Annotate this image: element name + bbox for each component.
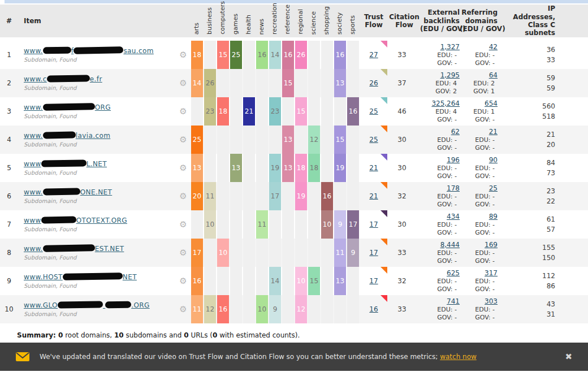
item-type-label: Subdomain, Found <box>24 283 176 289</box>
settings-cell: ⚙ <box>176 295 190 323</box>
referring-edu-count: EDU: - <box>475 165 498 172</box>
gear-icon[interactable]: ⚙ <box>179 220 187 229</box>
ip-value: 112 <box>542 271 555 281</box>
item-url-link[interactable]: www.fsau.com <box>24 47 176 55</box>
url-text: www. <box>24 103 43 111</box>
top-topic-corner-flag <box>381 239 387 245</box>
trust-flow-link[interactable]: 17 <box>369 249 378 257</box>
referring-domains-link[interactable]: 25 <box>489 184 498 193</box>
item-url-link[interactable]: www.ONE.NET <box>24 188 176 196</box>
referring-domains-link[interactable]: 654 <box>485 100 498 108</box>
referring-domains-link[interactable]: 90 <box>489 156 498 165</box>
external-backlinks-cell: 1,295EDU: 4GOV: 2 <box>426 69 460 97</box>
redaction-blob <box>41 159 87 167</box>
notification-bar: We've updated and translated our video o… <box>0 343 588 371</box>
item-cell: www.ORGSubdomain, Found <box>18 97 176 126</box>
topic-cell-science <box>308 295 320 323</box>
topic-cell-business: 26 <box>204 69 216 97</box>
topic-cell-shopping <box>321 97 333 126</box>
item-url-link[interactable]: www.GLO .ORG <box>24 301 176 309</box>
ip-subnets-cell: 560518 <box>498 97 555 126</box>
external-backlinks-link[interactable]: 178 <box>447 184 460 193</box>
gear-icon[interactable]: ⚙ <box>179 277 187 286</box>
topic-cell-science: 18 <box>308 154 320 182</box>
item-url-link[interactable]: www.EST.NET <box>24 245 176 253</box>
external-backlinks-link[interactable]: 196 <box>447 156 460 165</box>
item-url-link[interactable]: www.ce.fr <box>24 75 176 83</box>
external-backlinks-link[interactable]: 434 <box>447 213 460 221</box>
referring-domains-link[interactable]: 42 <box>489 43 498 51</box>
table-row: 9www.HOSTNETSubdomain, Found⚙16141015131… <box>0 267 588 295</box>
gear-icon[interactable]: ⚙ <box>179 136 187 144</box>
referring-edu-count: EDU: - <box>475 136 498 144</box>
topic-cell-reference: 13 <box>282 126 294 154</box>
trust-flow-link[interactable]: 16 <box>369 305 378 313</box>
url-text: lavia.com <box>76 132 111 140</box>
gear-icon[interactable]: ⚙ <box>179 107 187 116</box>
external-edu-count: EDU: 4 <box>435 108 460 116</box>
topic-cell-health <box>243 69 255 97</box>
table-row: 8www.EST.NETSubdomain, Found⚙17101191733… <box>0 239 588 267</box>
watch-now-link[interactable]: watch now <box>440 353 477 361</box>
item-type-label: Subdomain, Found <box>24 113 176 119</box>
topic-cell-business <box>204 126 216 154</box>
external-backlinks-link[interactable]: 62 <box>451 128 460 136</box>
settings-cell: ⚙ <box>176 267 190 295</box>
gear-icon[interactable]: ⚙ <box>179 164 187 172</box>
column-header-referring-domains: Referring domains (EDU / GOV) <box>460 8 498 33</box>
trust-flow-link[interactable]: 17 <box>369 277 378 285</box>
external-edu-count: EDU: - <box>437 51 460 59</box>
external-backlinks-link[interactable]: 325,264 <box>431 100 460 108</box>
summary-text: root domains, <box>63 331 114 339</box>
item-url-link[interactable]: www.HOSTNET <box>24 273 176 281</box>
external-backlinks-link[interactable]: 741 <box>447 297 460 306</box>
external-backlinks-link[interactable]: 1,295 <box>440 71 460 80</box>
gear-icon[interactable]: ⚙ <box>179 249 187 257</box>
ip-subnets-cell: 4331 <box>498 295 555 323</box>
trust-flow-link[interactable]: 26 <box>369 79 378 87</box>
topic-cell-society: 13 <box>334 267 346 295</box>
url-text: www. <box>24 245 43 253</box>
gear-icon[interactable]: ⚙ <box>179 305 187 314</box>
ip-subnets-cell: 8473 <box>498 154 555 182</box>
topic-cell-games <box>230 295 242 323</box>
row-number: 10 <box>0 295 18 323</box>
item-url-link[interactable]: wwwL.NET <box>24 160 176 168</box>
referring-domains-link[interactable]: 64 <box>489 71 498 80</box>
settings-cell: ⚙ <box>176 239 190 267</box>
trust-flow-link[interactable]: 25 <box>369 107 378 115</box>
gear-icon[interactable]: ⚙ <box>179 51 187 59</box>
url-text: www.c <box>24 75 47 83</box>
item-cell: www.HOSTNETSubdomain, Found <box>18 267 176 295</box>
gear-icon[interactable]: ⚙ <box>179 79 187 88</box>
trust-flow-link[interactable]: 17 <box>369 220 378 228</box>
referring-domains-link[interactable]: 21 <box>489 128 498 136</box>
trust-flow-link[interactable]: 25 <box>369 136 378 144</box>
trust-flow-link[interactable]: 21 <box>369 164 378 172</box>
referring-domains-link[interactable]: 317 <box>485 269 498 278</box>
item-url-link[interactable]: www.lavia.com <box>24 132 176 140</box>
external-backlinks-link[interactable]: 625 <box>447 269 460 278</box>
item-url-link[interactable]: www.ORG <box>24 103 176 111</box>
close-icon[interactable]: ✖ <box>565 352 572 362</box>
trust-flow-cell: 17 <box>359 267 388 295</box>
trust-flow-link[interactable]: 21 <box>369 192 378 200</box>
topic-cell-regional: 19 <box>295 182 307 210</box>
referring-domains-link[interactable]: 89 <box>489 213 498 221</box>
topic-cell-regional: 15 <box>295 97 307 126</box>
gear-icon[interactable]: ⚙ <box>179 192 187 201</box>
external-gov-count: GOV: - <box>437 172 460 180</box>
settings-cell: ⚙ <box>176 97 190 126</box>
external-backlinks-link[interactable]: 1,327 <box>440 43 460 51</box>
external-backlinks-cell: 625EDU: -GOV: - <box>426 267 460 295</box>
topic-cell-business <box>204 239 216 267</box>
referring-domains-link[interactable]: 169 <box>485 241 498 249</box>
row-number: 7 <box>0 210 18 239</box>
item-url-link[interactable]: wwwOTOTEXT.ORG <box>24 217 176 224</box>
trust-flow-link[interactable]: 27 <box>369 51 378 59</box>
topic-cell-news <box>256 97 268 126</box>
external-backlinks-link[interactable]: 8,444 <box>440 241 460 249</box>
ip-subnets-cell: 2322 <box>498 182 555 210</box>
referring-domains-link[interactable]: 303 <box>485 297 498 306</box>
topic-cell-news: 16 <box>256 41 268 69</box>
